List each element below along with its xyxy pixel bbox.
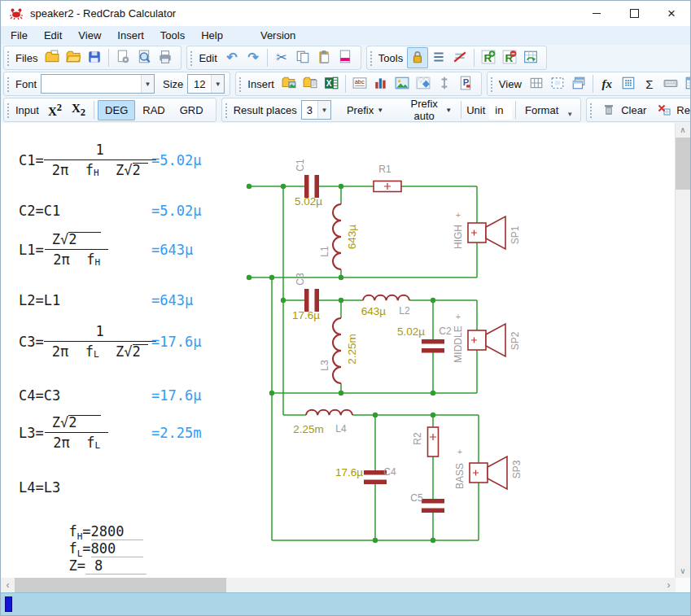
- crossover-circuit-diagram[interactable]: C1 5.02µ R1 L1 643µ + HIGH SP1 C3 17.6µ …: [237, 139, 523, 556]
- unit-input[interactable]: in: [489, 100, 512, 120]
- formula-c3[interactable]: C3=12π fL Z√2 =17.6µ: [19, 323, 156, 360]
- scroll-right-arrow-icon[interactable]: ›: [662, 578, 676, 592]
- toolbar-drag-handle[interactable]: [238, 76, 243, 92]
- toolbar-drag-handle[interactable]: [6, 50, 11, 66]
- delete-row-button[interactable]: [335, 47, 356, 68]
- p-document-icon: P: [458, 76, 473, 93]
- clear-button[interactable]: Clear: [597, 100, 652, 120]
- view-fx-button[interactable]: fx: [597, 73, 618, 94]
- cut-button[interactable]: ✂: [271, 47, 292, 68]
- hide-lines-button[interactable]: [449, 47, 470, 68]
- scroll-left-arrow-icon[interactable]: ‹: [1, 578, 15, 592]
- formula-c1[interactable]: C1=12π fH Z√2 =5.02µ: [19, 142, 156, 178]
- result-remove-button[interactable]: R: [499, 47, 520, 68]
- insert-folder-image-button[interactable]: [278, 73, 300, 94]
- insert-pdf-button[interactable]: P: [455, 73, 476, 94]
- view-grid-dots-button[interactable]: [618, 73, 639, 94]
- formula-c4[interactable]: C4=C3 =17.6µ: [19, 387, 60, 404]
- font-dropdown-arrow-icon[interactable]: ▼: [141, 75, 154, 93]
- formula-l1[interactable]: L1=Z√22π fH =643µ: [19, 231, 109, 268]
- close-button[interactable]: ×: [653, 1, 690, 26]
- prefix-auto-button[interactable]: Prefix auto▼: [400, 94, 457, 125]
- vertical-scrollbar[interactable]: ∧ ∨: [675, 123, 690, 578]
- view-frame-button[interactable]: [547, 73, 568, 94]
- open-folder-button[interactable]: [63, 47, 84, 68]
- worksheet-canvas[interactable]: C1=12π fH Z√2 =5.02µ C2=C1 =5.02µ L1=Z√2…: [1, 123, 690, 578]
- insert-image-button[interactable]: [391, 73, 413, 94]
- horizontal-scrollbar-track[interactable]: [15, 578, 662, 592]
- toolbar-drag-handle[interactable]: [224, 102, 229, 118]
- menu-edit[interactable]: Edit: [36, 27, 70, 44]
- toolbar-drag-handle[interactable]: [489, 76, 494, 92]
- insert-image-tag-button[interactable]: [413, 73, 434, 94]
- prefix-button[interactable]: Prefix▼: [341, 101, 389, 120]
- l2-ref-label: L2: [399, 305, 409, 317]
- vertical-scrollbar-thumb[interactable]: [676, 138, 690, 190]
- grd-mode-button[interactable]: GRD: [173, 100, 211, 120]
- maximize-button[interactable]: [615, 1, 653, 26]
- insert-divider-button[interactable]: [434, 73, 455, 94]
- menu-insert[interactable]: Insert: [109, 27, 152, 44]
- redo-button[interactable]: ↷: [243, 47, 264, 68]
- horizontal-scrollbar[interactable]: ‹ ›: [1, 578, 690, 592]
- result-places-combobox[interactable]: 3 ▼: [301, 100, 331, 120]
- minimize-button[interactable]: [578, 1, 615, 26]
- formula-c2[interactable]: C2=C1 =5.02µ: [19, 203, 60, 219]
- size-combobox[interactable]: 12 ▼: [187, 74, 225, 94]
- view-sigma-button[interactable]: Σ: [639, 73, 660, 94]
- superscript-button[interactable]: X2: [43, 100, 67, 120]
- size-dropdown-arrow-icon[interactable]: ▼: [211, 75, 224, 93]
- variable-z[interactable]: Z=8: [19, 541, 147, 578]
- undo-button[interactable]: ↶: [221, 47, 243, 68]
- lock-button[interactable]: [407, 47, 428, 68]
- open-file-button[interactable]: [42, 47, 63, 68]
- copy-button[interactable]: [292, 47, 313, 68]
- var-value-field[interactable]: 8: [85, 557, 147, 574]
- toolbar-drag-handle[interactable]: [588, 102, 593, 118]
- scroll-down-arrow-icon[interactable]: ∨: [676, 564, 690, 578]
- horizontal-scrollbar-thumb[interactable]: [15, 578, 226, 592]
- menu-tools[interactable]: Tools: [152, 27, 193, 44]
- print-preview-button[interactable]: [133, 47, 155, 68]
- line-spacing-button[interactable]: [428, 47, 449, 68]
- save-button[interactable]: [84, 47, 105, 68]
- view-calendar-button[interactable]: [681, 73, 691, 94]
- insert-text-button[interactable]: abc: [349, 73, 370, 94]
- menu-version[interactable]: Version: [252, 27, 304, 44]
- menu-help[interactable]: Help: [193, 27, 231, 44]
- formula-l2[interactable]: L2=L1 =643µ: [19, 292, 60, 308]
- view-cascade-button[interactable]: [568, 73, 589, 94]
- result-places-dropdown-arrow-icon[interactable]: ▼: [317, 101, 330, 119]
- insert-excel-button[interactable]: X: [321, 73, 342, 94]
- formula-l3[interactable]: L3=Z√22π fL =2.25m: [19, 414, 109, 451]
- paste-button[interactable]: [313, 47, 335, 68]
- save-icon: [87, 50, 102, 67]
- rad-mode-button[interactable]: RAD: [135, 100, 172, 120]
- font-combobox[interactable]: ▼: [41, 74, 155, 94]
- toolbar-overflow-button[interactable]: ▼: [564, 109, 575, 120]
- format-button[interactable]: Format: [519, 101, 564, 120]
- toolbar-drag-handle[interactable]: [6, 76, 11, 92]
- insert-chart-button[interactable]: [370, 73, 391, 94]
- subscript-button[interactable]: X2: [67, 100, 90, 120]
- insert-folder-clipboard-button[interactable]: [300, 73, 321, 94]
- scroll-up-arrow-icon[interactable]: ∧: [676, 123, 690, 137]
- formula-l4[interactable]: L4=L3: [19, 479, 60, 496]
- print-button[interactable]: [155, 47, 176, 68]
- menu-file[interactable]: File: [2, 27, 36, 44]
- reset-button[interactable]: Reset: [652, 100, 691, 120]
- toolbar-drag-handle[interactable]: [6, 102, 11, 118]
- view-keyboard-button[interactable]: [660, 73, 681, 94]
- prefix-auto-label: Prefix auto: [406, 98, 442, 122]
- toolbar-drag-handle[interactable]: [189, 50, 194, 66]
- unit-label: Unit: [466, 104, 485, 116]
- menu-view[interactable]: View: [70, 27, 109, 44]
- toolbar-drag-handle[interactable]: [369, 50, 374, 66]
- reset-icon: [658, 103, 671, 116]
- formula-lhs: C3=: [19, 334, 44, 350]
- page-settings-button[interactable]: [112, 47, 133, 68]
- recalculate-button[interactable]: [520, 47, 541, 68]
- view-grid-button[interactable]: [526, 73, 547, 94]
- result-add-button[interactable]: R: [478, 47, 499, 68]
- deg-mode-button[interactable]: DEG: [98, 100, 135, 120]
